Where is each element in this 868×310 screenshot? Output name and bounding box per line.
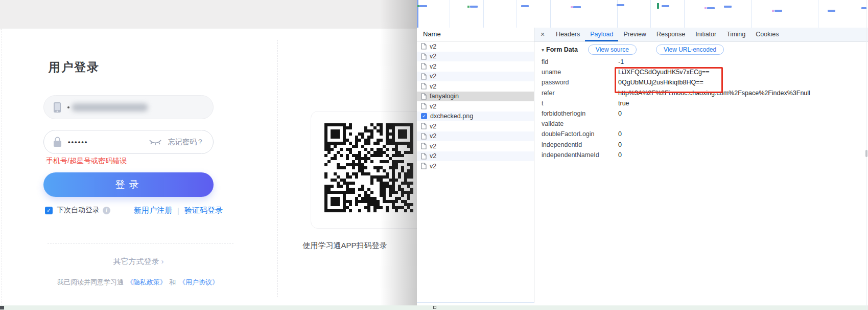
password-input[interactable]: •••••• 忘记密码？ <box>43 130 214 154</box>
document-icon <box>421 133 427 140</box>
tab-cookies[interactable]: Cookies <box>750 28 784 41</box>
request-row[interactable]: v2 <box>417 121 534 131</box>
document-icon <box>421 103 427 109</box>
document-icon <box>421 163 427 169</box>
qr-code <box>324 123 413 212</box>
scrollbar-mark <box>433 306 436 309</box>
request-row[interactable]: v2 <box>417 101 534 112</box>
details-tabbar: × Headers Payload Preview Response Initi… <box>534 28 868 42</box>
register-link[interactable]: 新用户注册 <box>134 206 172 215</box>
request-row[interactable]: v2 <box>417 161 534 171</box>
phone-icon <box>53 102 61 113</box>
tab-payload[interactable]: Payload <box>585 28 618 41</box>
form-data-rows: fid-1 unameLiJXFQCSdOyudHK5v7xECg== pass… <box>542 57 868 160</box>
scrollbar-thumb[interactable] <box>0 306 4 309</box>
tab-initiator[interactable]: Initiator <box>690 28 721 41</box>
register-links: 新用户注册 | 验证码登录 <box>134 206 223 215</box>
form-data-row: referhttp%3A%2F%2Fi.mooc.chaoxing.com%2F… <box>542 88 868 98</box>
request-row[interactable]: v2 <box>417 131 534 142</box>
form-data-row: validate <box>542 119 868 129</box>
tab-response[interactable]: Response <box>651 28 690 41</box>
waterfall-cap <box>467 6 470 8</box>
waterfall-bar <box>521 5 529 7</box>
toggle-password-visibility[interactable] <box>139 139 162 146</box>
form-data-row: doubleFactorLogin0 <box>542 129 868 139</box>
waterfall-bar <box>707 7 715 9</box>
waterfall-bar <box>775 10 782 12</box>
document-icon <box>421 83 427 90</box>
chevron-right-icon: › <box>161 257 164 265</box>
devtools-panel: Name v2 v2 v2 v2 v2 fanyalogin v2 ✓dxche… <box>417 0 868 310</box>
horizontal-scrollbar[interactable] <box>0 305 868 310</box>
request-row[interactable]: v2 <box>417 41 534 52</box>
request-row[interactable]: v2 <box>417 61 534 72</box>
network-overview-timeline[interactable] <box>417 0 868 28</box>
document-icon <box>421 153 427 160</box>
form-data-row: forbidotherlogin0 <box>542 108 868 119</box>
caret-down-icon[interactable]: ▾ <box>542 47 544 53</box>
document-icon <box>421 73 427 80</box>
waterfall-tick <box>657 3 659 9</box>
forgot-password-link[interactable]: 忘记密码？ <box>168 138 204 147</box>
login-button[interactable]: 登录 <box>43 172 214 197</box>
waterfall-bar <box>573 6 581 8</box>
request-row[interactable]: v2 <box>417 72 534 82</box>
name-column-header[interactable]: Name <box>417 28 534 41</box>
form-data-row: password0QgUbMUJj2usHikiqtb8HQ== <box>542 77 868 87</box>
privacy-policy-link[interactable]: 《隐私政策》 <box>127 278 167 286</box>
request-row[interactable]: v2 <box>417 151 534 162</box>
tab-preview[interactable]: Preview <box>618 28 651 41</box>
qr-caption: 使用学习通APP扫码登录 <box>286 241 404 251</box>
waterfall-bar <box>662 5 669 7</box>
form-data-row: independentId0 <box>542 140 868 150</box>
waterfall-bar <box>617 4 624 6</box>
auto-login-label: 下次自动登录 <box>57 206 100 215</box>
document-icon <box>421 43 427 50</box>
form-data-row: independentNameId0 <box>542 150 868 160</box>
password-dots: •••••• <box>68 138 88 146</box>
waterfall-bar <box>861 7 866 9</box>
document-icon <box>421 123 427 129</box>
waterfall-cap <box>772 10 774 12</box>
page-top-band <box>0 0 417 29</box>
document-icon <box>421 53 427 60</box>
vertical-scrollbar-thumb[interactable] <box>865 150 867 157</box>
info-icon[interactable]: i <box>103 207 110 214</box>
page-title: 用户登录 <box>49 59 100 75</box>
image-icon: ✓ <box>421 113 427 119</box>
auto-login-row: ✓ 下次自动登录 i <box>45 206 110 215</box>
close-icon[interactable]: × <box>534 28 551 41</box>
form-data-row: fid-1 <box>542 57 868 67</box>
user-agreement-link[interactable]: 《用户协议》 <box>179 278 219 286</box>
phone-input[interactable] <box>43 95 214 119</box>
request-row-selected[interactable]: fanyalogin <box>417 92 534 102</box>
waterfall-bar <box>724 6 732 8</box>
waterfall-cap <box>705 7 707 9</box>
lock-icon <box>53 137 62 147</box>
login-page: 用户登录 •••••• 忘记密码？ 手机号/超星号或密码错误 登录 ✓ 下次自动… <box>0 0 417 310</box>
payload-panel: ▾ Form Data View source View URL-encoded… <box>534 42 868 160</box>
eye-closed-icon <box>149 139 162 146</box>
request-row[interactable]: v2 <box>417 81 534 92</box>
overview-left-bar <box>417 0 418 28</box>
request-row[interactable]: v2 <box>417 52 534 62</box>
tab-headers[interactable]: Headers <box>551 28 585 41</box>
form-data-row: ttrue <box>542 98 868 108</box>
sms-login-link[interactable]: 验证码登录 <box>184 206 223 215</box>
waterfall-cap <box>571 6 573 8</box>
login-error-message: 手机号/超星号或密码错误 <box>46 157 127 166</box>
view-url-encoded-button[interactable]: View URL-encoded <box>656 45 724 55</box>
redacted-phone-number <box>72 103 148 112</box>
request-row[interactable]: ✓dxchecked.png <box>417 112 534 122</box>
request-row[interactable]: v2 <box>417 141 534 151</box>
document-icon <box>421 143 427 149</box>
view-source-button[interactable]: View source <box>588 45 637 55</box>
request-details-pane: × Headers Payload Preview Response Initi… <box>534 28 868 305</box>
form-data-row: unameLiJXFQCSdOyudHK5v7xECg== <box>542 67 868 77</box>
form-data-section-title[interactable]: Form Data <box>546 46 578 53</box>
document-icon <box>421 63 427 70</box>
tab-timing[interactable]: Timing <box>721 28 750 41</box>
other-login-link[interactable]: 其它方式登录› <box>43 257 233 267</box>
auto-login-checkbox[interactable]: ✓ <box>45 207 53 214</box>
agreement-text: 我已阅读并同意学习通 《隐私政策》 和 《用户协议》 <box>43 278 233 287</box>
